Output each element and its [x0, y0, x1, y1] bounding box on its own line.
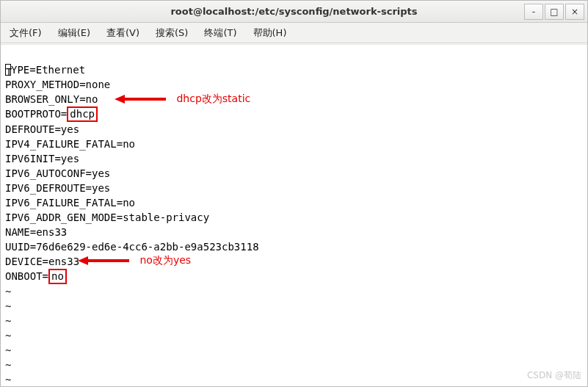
- close-button[interactable]: ×: [565, 4, 584, 20]
- vim-tilde: ~: [5, 374, 11, 386]
- watermark: CSDN @荀陆: [527, 369, 581, 382]
- vim-tilde: ~: [5, 300, 11, 312]
- menu-search[interactable]: 搜索(S): [151, 24, 192, 42]
- menu-terminal[interactable]: 终端(T): [200, 24, 241, 42]
- vim-tilde: ~: [5, 344, 11, 356]
- highlight-box-dhcp: dhcp: [67, 106, 98, 122]
- text-line: DEFROUTE=yes: [5, 123, 79, 135]
- menubar: 文件(F) 编辑(E) 查看(V) 搜索(S) 终端(T) 帮助(H): [1, 23, 587, 43]
- text-line: DEVICE=ens33: [5, 256, 79, 267]
- vim-tilde: ~: [5, 330, 11, 341]
- text-line: IPV6_AUTOCONF=yes: [5, 167, 110, 179]
- maximize-button[interactable]: □: [545, 4, 564, 20]
- minimize-button[interactable]: -: [524, 4, 543, 20]
- vim-tilde: ~: [5, 286, 11, 297]
- text-line: PROXY_METHOD=none: [5, 79, 110, 90]
- text-line: NAME=ens33: [5, 226, 67, 238]
- text-line: YPE=Ethernet: [11, 64, 85, 76]
- highlight-box-no: no: [48, 269, 67, 284]
- menu-help[interactable]: 帮助(H): [249, 24, 291, 42]
- titlebar: root@localhost:/etc/sysconfig/network-sc…: [1, 1, 587, 23]
- text-line: IPV6_FAILURE_FATAL=no: [5, 197, 135, 209]
- menu-file[interactable]: 文件(F): [5, 24, 46, 42]
- vim-tilde: ~: [5, 315, 11, 327]
- vim-cursor: T: [5, 64, 11, 76]
- text-line: BROWSER_ONLY=no: [5, 93, 98, 105]
- menu-edit[interactable]: 编辑(E): [54, 24, 95, 42]
- text-line: IPV6_ADDR_GEN_MODE=stable-privacy: [5, 211, 209, 223]
- editor-content: TYPE=Ethernet PROXY_METHOD=none BROWSER_…: [1, 45, 587, 387]
- menu-view[interactable]: 查看(V): [102, 24, 144, 42]
- text-line: UUID=76d6e629-ed6e-4cc6-a2bb-e9a523cb311…: [5, 241, 259, 253]
- text-line: IPV6INIT=yes: [5, 153, 79, 164]
- text-line: BOOTPROTO=: [5, 108, 67, 120]
- vim-tilde: ~: [5, 359, 11, 371]
- text-line: ONBOOT=: [5, 270, 48, 282]
- window-controls: - □ ×: [524, 1, 584, 22]
- terminal-editor[interactable]: TYPE=Ethernet PROXY_METHOD=none BROWSER_…: [1, 44, 587, 386]
- text-line: IPV6_DEFROUTE=yes: [5, 182, 110, 194]
- text-line: IPV4_FAILURE_FATAL=no: [5, 138, 135, 150]
- window-title: root@localhost:/etc/sysconfig/network-sc…: [1, 6, 587, 17]
